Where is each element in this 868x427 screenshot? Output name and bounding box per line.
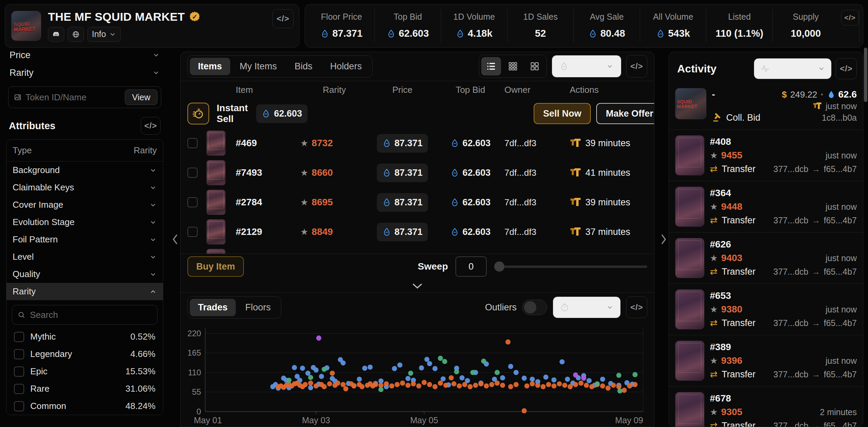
- list-view-button[interactable]: [481, 57, 501, 75]
- row-checkbox[interactable]: [187, 227, 198, 237]
- checkbox[interactable]: [14, 349, 24, 359]
- attribute-row-rarity[interactable]: Rarity: [6, 283, 163, 300]
- checkbox[interactable]: [14, 401, 24, 411]
- attribute-row-claimable-keys[interactable]: Claimable Keys: [6, 179, 163, 196]
- owner-address[interactable]: 7df...df3: [504, 138, 562, 149]
- price-value: 87.371: [395, 168, 423, 178]
- token-id-input[interactable]: [26, 92, 121, 103]
- row-checkbox[interactable]: [187, 197, 198, 207]
- activity-item-transfer[interactable]: #678 ★9305 2 minutes ⇄Transfer 377...dcb…: [669, 387, 863, 427]
- table-row[interactable]: #469 ★8732 87.371 62.603 7df...df3 39 mi…: [181, 129, 654, 158]
- table-row[interactable]: #2784 ★8695 87.371 62.603 7df...df3 39 m…: [181, 188, 654, 217]
- collection-embed-button[interactable]: </>: [272, 9, 294, 28]
- to-address[interactable]: f65...4b7: [824, 420, 857, 427]
- grid-dense-view-button[interactable]: [503, 57, 523, 75]
- tab-items[interactable]: Items: [190, 58, 230, 75]
- make-offer-button[interactable]: Make Offer: [596, 103, 654, 124]
- activity-filter-dropdown[interactable]: All Activity: [754, 58, 832, 79]
- transfer-icon: ⇄: [710, 317, 718, 329]
- time-range-dropdown[interactable]: 7 Days: [553, 296, 621, 318]
- to-address[interactable]: f65...4b7: [824, 317, 857, 329]
- tab-trades[interactable]: Trades: [190, 299, 236, 316]
- table-row[interactable]: #2129 ★8849 87.371 62.603 7df...df3 37 m…: [181, 217, 654, 247]
- grid-large-view-button[interactable]: [525, 57, 545, 75]
- attributes-embed-button[interactable]: </>: [141, 117, 161, 135]
- to-address[interactable]: f65...4b7: [824, 369, 857, 380]
- attribute-row-evolution-stage[interactable]: Evolution Stage: [6, 214, 163, 231]
- slider-handle[interactable]: [494, 261, 504, 272]
- expand-table-button[interactable]: [181, 279, 654, 293]
- tab-bids[interactable]: Bids: [286, 58, 321, 75]
- chart-embed-button[interactable]: </>: [626, 296, 647, 318]
- sidebar-section-price[interactable]: Price: [5, 52, 165, 64]
- from-address[interactable]: 377...dcb: [773, 163, 808, 175]
- owner-address[interactable]: 7df...df3: [504, 197, 562, 208]
- sort-dropdown[interactable]: Price ↑: [552, 55, 621, 78]
- items-embed-button[interactable]: </>: [626, 55, 647, 78]
- stats-embed-button[interactable]: </>: [841, 10, 859, 25]
- from-address[interactable]: 377...dcb: [773, 215, 808, 226]
- rarity-option-legendary[interactable]: Legendary 4.66%: [6, 345, 163, 363]
- sell-now-button[interactable]: Sell Now: [534, 103, 591, 124]
- buy-item-button[interactable]: Buy Item: [187, 256, 244, 277]
- activity-item-coll-bid[interactable]: SQUID MARKET - $ 249.22 • 62.6: [669, 83, 863, 130]
- owner-address[interactable]: 7df...df3: [504, 168, 562, 178]
- rarity-option-epic[interactable]: Epic 15.53%: [6, 363, 163, 380]
- sidebar-section-rarity[interactable]: Rarity: [5, 64, 165, 82]
- activity-item-transfer[interactable]: #389 ★9396 just now ⇄Transfer 377...dcb→…: [669, 335, 863, 387]
- outliers-toggle[interactable]: [522, 300, 547, 315]
- activity-item-transfer[interactable]: #626 ★9403 just now ⇄Transfer 377...dcb→…: [669, 233, 863, 284]
- activity-type: Transfer: [722, 266, 756, 277]
- tab-my-items[interactable]: My Items: [232, 58, 285, 75]
- view-button[interactable]: View: [125, 89, 157, 105]
- rarity-option-common[interactable]: Common 48.24%: [6, 397, 163, 415]
- activity-item-transfer[interactable]: #364 ★9448 just now ⇄Transfer 377...dcb→…: [669, 181, 863, 233]
- to-address[interactable]: f65...4b7: [824, 266, 857, 277]
- activity-item-transfer[interactable]: #653 ★9380 just now ⇄Transfer 377...dcb→…: [669, 284, 863, 335]
- page-scrollbar[interactable]: [864, 48, 867, 102]
- collapse-sidebar-button[interactable]: [170, 52, 180, 427]
- attribute-row-quality[interactable]: Quality: [6, 266, 163, 283]
- info-dropdown[interactable]: Info: [87, 27, 121, 42]
- activity-embed-button[interactable]: </>: [836, 58, 857, 79]
- from-address[interactable]: 377...dcb: [773, 420, 808, 427]
- nft-thumbnail[interactable]: [206, 160, 226, 185]
- nft-thumbnail[interactable]: [206, 219, 226, 244]
- tx-hash[interactable]: 1c8...b0a: [822, 112, 857, 123]
- attribute-row-background[interactable]: Background: [6, 161, 163, 179]
- nft-thumbnail[interactable]: [206, 131, 226, 156]
- collection-logo[interactable]: SQUID MARKET: [11, 11, 41, 41]
- sui-droplet-icon: [382, 168, 391, 177]
- attribute-row-cover-image[interactable]: Cover Image: [6, 196, 163, 214]
- activity-item-transfer[interactable]: #408 ★9455 just now ⇄Transfer 377...dcb→…: [669, 130, 863, 181]
- to-address[interactable]: f65...4b7: [824, 163, 857, 175]
- from-address[interactable]: 377...dcb: [773, 369, 808, 380]
- sweep-slider[interactable]: [494, 256, 647, 277]
- rarity-search-input[interactable]: [30, 310, 152, 320]
- to-address[interactable]: f65...4b7: [824, 215, 857, 226]
- checkbox[interactable]: [14, 384, 24, 394]
- row-checkbox[interactable]: [187, 168, 198, 178]
- sweep-input[interactable]: [455, 256, 487, 277]
- tab-floors[interactable]: Floors: [237, 299, 279, 316]
- filter-sidebar: Price Rarity View Attributes </> Type Ra…: [5, 52, 170, 427]
- attribute-row-level[interactable]: Level: [6, 248, 163, 266]
- table-row[interactable]: #7493 ★8660 87.371 62.603 7df...df3 41 m…: [181, 158, 654, 188]
- collapse-activity-button[interactable]: [658, 52, 669, 427]
- listing-info: 41 minutes: [562, 168, 647, 178]
- discord-button[interactable]: [48, 27, 64, 42]
- stat-listed: Listed 110 (1.1%): [706, 9, 773, 42]
- from-address[interactable]: 377...dcb: [773, 317, 808, 329]
- checkbox[interactable]: [14, 332, 24, 342]
- from-address[interactable]: 377...dcb: [773, 266, 808, 277]
- rarity-option-mythic[interactable]: Mythic 0.52%: [6, 328, 163, 345]
- owner-address[interactable]: 7df...df3: [504, 227, 562, 237]
- checkbox[interactable]: [14, 366, 24, 377]
- row-checkbox[interactable]: [187, 138, 198, 148]
- attribute-row-foil-pattern[interactable]: Foil Pattern: [6, 231, 163, 248]
- rarity-option-rare[interactable]: Rare 31.06%: [6, 380, 163, 397]
- nft-thumbnail[interactable]: [206, 190, 226, 215]
- tab-holders[interactable]: Holders: [322, 58, 370, 75]
- activity-token-id: #408: [710, 136, 731, 148]
- website-button[interactable]: [68, 27, 84, 42]
